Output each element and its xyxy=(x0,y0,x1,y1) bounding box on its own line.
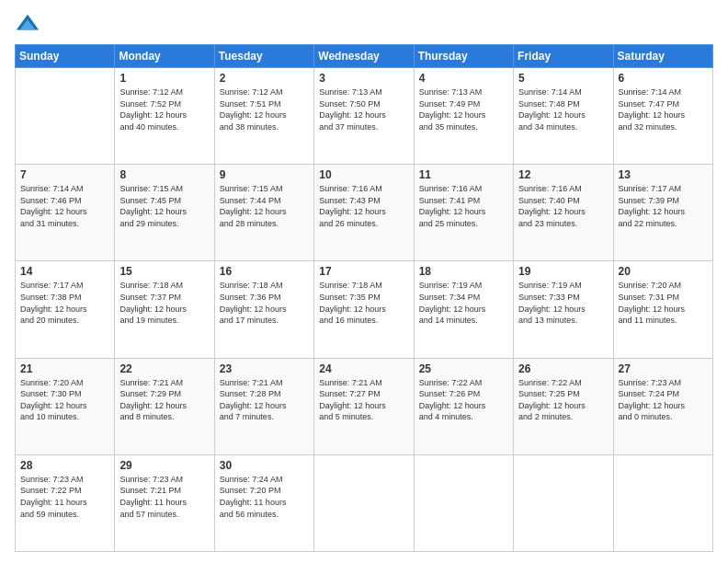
day-info: Sunrise: 7:13 AM Sunset: 7:50 PM Dayligh… xyxy=(319,86,408,132)
calendar-cell: 4Sunrise: 7:13 AM Sunset: 7:49 PM Daylig… xyxy=(414,68,513,165)
weekday-header-saturday: Saturday xyxy=(613,45,712,68)
calendar-cell: 13Sunrise: 7:17 AM Sunset: 7:39 PM Dayli… xyxy=(613,165,712,261)
calendar-week-row: 1Sunrise: 7:12 AM Sunset: 7:52 PM Daylig… xyxy=(16,68,713,165)
day-info: Sunrise: 7:22 AM Sunset: 7:26 PM Dayligh… xyxy=(419,377,508,423)
calendar-cell: 30Sunrise: 7:24 AM Sunset: 7:20 PM Dayli… xyxy=(214,454,313,551)
calendar-cell: 20Sunrise: 7:20 AM Sunset: 7:31 PM Dayli… xyxy=(613,261,712,358)
day-info: Sunrise: 7:16 AM Sunset: 7:40 PM Dayligh… xyxy=(518,183,608,229)
day-info: Sunrise: 7:23 AM Sunset: 7:21 PM Dayligh… xyxy=(119,474,209,520)
day-number: 14 xyxy=(20,265,109,278)
calendar-cell: 2Sunrise: 7:12 AM Sunset: 7:51 PM Daylig… xyxy=(214,68,313,165)
day-info: Sunrise: 7:20 AM Sunset: 7:30 PM Dayligh… xyxy=(20,377,109,423)
day-number: 4 xyxy=(419,72,508,85)
day-info: Sunrise: 7:21 AM Sunset: 7:29 PM Dayligh… xyxy=(119,377,209,423)
day-info: Sunrise: 7:15 AM Sunset: 7:45 PM Dayligh… xyxy=(119,183,209,229)
calendar-cell: 28Sunrise: 7:23 AM Sunset: 7:22 PM Dayli… xyxy=(16,454,115,551)
day-info: Sunrise: 7:16 AM Sunset: 7:43 PM Dayligh… xyxy=(319,183,408,229)
weekday-header-monday: Monday xyxy=(115,45,214,68)
day-info: Sunrise: 7:23 AM Sunset: 7:22 PM Dayligh… xyxy=(20,474,109,520)
calendar-cell: 23Sunrise: 7:21 AM Sunset: 7:28 PM Dayli… xyxy=(214,358,313,454)
calendar-cell: 19Sunrise: 7:19 AM Sunset: 7:33 PM Dayli… xyxy=(514,261,613,358)
day-info: Sunrise: 7:16 AM Sunset: 7:41 PM Dayligh… xyxy=(419,183,508,229)
day-number: 15 xyxy=(119,265,209,278)
day-info: Sunrise: 7:21 AM Sunset: 7:28 PM Dayligh… xyxy=(220,377,309,423)
day-number: 28 xyxy=(20,459,109,472)
day-number: 16 xyxy=(220,265,309,278)
calendar-cell: 14Sunrise: 7:17 AM Sunset: 7:38 PM Dayli… xyxy=(16,261,115,358)
day-info: Sunrise: 7:14 AM Sunset: 7:48 PM Dayligh… xyxy=(518,86,608,132)
weekday-header-sunday: Sunday xyxy=(16,45,115,68)
day-number: 18 xyxy=(419,265,508,278)
day-number: 23 xyxy=(220,362,309,375)
calendar-cell: 8Sunrise: 7:15 AM Sunset: 7:45 PM Daylig… xyxy=(115,165,214,261)
calendar-cell: 12Sunrise: 7:16 AM Sunset: 7:40 PM Dayli… xyxy=(514,165,613,261)
day-number: 11 xyxy=(419,168,508,181)
calendar-week-row: 28Sunrise: 7:23 AM Sunset: 7:22 PM Dayli… xyxy=(16,454,713,551)
calendar-cell: 22Sunrise: 7:21 AM Sunset: 7:29 PM Dayli… xyxy=(115,358,214,454)
calendar-cell: 7Sunrise: 7:14 AM Sunset: 7:46 PM Daylig… xyxy=(16,165,115,261)
day-number: 20 xyxy=(619,265,708,278)
day-number: 30 xyxy=(220,459,309,472)
day-info: Sunrise: 7:18 AM Sunset: 7:36 PM Dayligh… xyxy=(220,280,309,326)
weekday-header-thursday: Thursday xyxy=(414,45,513,68)
day-number: 29 xyxy=(119,459,209,472)
calendar-table: SundayMondayTuesdayWednesdayThursdayFrid… xyxy=(15,44,713,552)
calendar-cell xyxy=(414,454,513,551)
day-number: 19 xyxy=(518,265,608,278)
day-info: Sunrise: 7:22 AM Sunset: 7:25 PM Dayligh… xyxy=(518,377,608,423)
day-info: Sunrise: 7:21 AM Sunset: 7:27 PM Dayligh… xyxy=(319,377,408,423)
calendar-cell: 18Sunrise: 7:19 AM Sunset: 7:34 PM Dayli… xyxy=(414,261,513,358)
day-number: 7 xyxy=(20,168,109,181)
day-info: Sunrise: 7:12 AM Sunset: 7:52 PM Dayligh… xyxy=(119,86,209,132)
day-number: 9 xyxy=(220,168,309,181)
day-number: 13 xyxy=(619,168,708,181)
calendar-cell: 27Sunrise: 7:23 AM Sunset: 7:24 PM Dayli… xyxy=(613,358,712,454)
day-info: Sunrise: 7:23 AM Sunset: 7:24 PM Dayligh… xyxy=(619,377,708,423)
calendar-week-row: 21Sunrise: 7:20 AM Sunset: 7:30 PM Dayli… xyxy=(16,358,713,454)
calendar-cell: 25Sunrise: 7:22 AM Sunset: 7:26 PM Dayli… xyxy=(414,358,513,454)
calendar-cell: 6Sunrise: 7:14 AM Sunset: 7:47 PM Daylig… xyxy=(613,68,712,165)
weekday-header-tuesday: Tuesday xyxy=(214,45,313,68)
day-info: Sunrise: 7:14 AM Sunset: 7:47 PM Dayligh… xyxy=(619,86,708,132)
day-info: Sunrise: 7:18 AM Sunset: 7:35 PM Dayligh… xyxy=(319,280,408,326)
calendar-cell: 24Sunrise: 7:21 AM Sunset: 7:27 PM Dayli… xyxy=(314,358,414,454)
calendar-cell xyxy=(613,454,712,551)
day-number: 1 xyxy=(119,72,209,85)
calendar-cell: 21Sunrise: 7:20 AM Sunset: 7:30 PM Dayli… xyxy=(16,358,115,454)
day-number: 6 xyxy=(619,72,708,85)
calendar-cell: 5Sunrise: 7:14 AM Sunset: 7:48 PM Daylig… xyxy=(514,68,613,165)
page: SundayMondayTuesdayWednesdayThursdayFrid… xyxy=(0,0,728,563)
day-number: 27 xyxy=(619,362,708,375)
day-info: Sunrise: 7:13 AM Sunset: 7:49 PM Dayligh… xyxy=(419,86,508,132)
day-number: 12 xyxy=(518,168,608,181)
day-number: 8 xyxy=(119,168,209,181)
calendar-cell: 29Sunrise: 7:23 AM Sunset: 7:21 PM Dayli… xyxy=(115,454,214,551)
day-info: Sunrise: 7:15 AM Sunset: 7:44 PM Dayligh… xyxy=(220,183,309,229)
calendar-cell: 11Sunrise: 7:16 AM Sunset: 7:41 PM Dayli… xyxy=(414,165,513,261)
calendar-cell: 17Sunrise: 7:18 AM Sunset: 7:35 PM Dayli… xyxy=(314,261,414,358)
day-number: 25 xyxy=(419,362,508,375)
calendar-cell: 9Sunrise: 7:15 AM Sunset: 7:44 PM Daylig… xyxy=(214,165,313,261)
header xyxy=(15,11,713,37)
calendar-cell: 26Sunrise: 7:22 AM Sunset: 7:25 PM Dayli… xyxy=(514,358,613,454)
day-info: Sunrise: 7:18 AM Sunset: 7:37 PM Dayligh… xyxy=(119,280,209,326)
calendar-cell: 16Sunrise: 7:18 AM Sunset: 7:36 PM Dayli… xyxy=(214,261,313,358)
logo xyxy=(15,11,44,37)
calendar-header-row: SundayMondayTuesdayWednesdayThursdayFrid… xyxy=(16,45,713,68)
day-info: Sunrise: 7:12 AM Sunset: 7:51 PM Dayligh… xyxy=(220,86,309,132)
day-number: 26 xyxy=(518,362,608,375)
calendar-cell: 3Sunrise: 7:13 AM Sunset: 7:50 PM Daylig… xyxy=(314,68,414,165)
calendar-cell xyxy=(514,454,613,551)
day-number: 10 xyxy=(319,168,408,181)
day-info: Sunrise: 7:24 AM Sunset: 7:20 PM Dayligh… xyxy=(220,474,309,520)
day-number: 2 xyxy=(220,72,309,85)
day-number: 24 xyxy=(319,362,408,375)
calendar-cell: 1Sunrise: 7:12 AM Sunset: 7:52 PM Daylig… xyxy=(115,68,214,165)
logo-icon xyxy=(15,11,40,37)
weekday-header-wednesday: Wednesday xyxy=(314,45,414,68)
day-info: Sunrise: 7:17 AM Sunset: 7:38 PM Dayligh… xyxy=(20,280,109,326)
day-number: 21 xyxy=(20,362,109,375)
calendar-week-row: 14Sunrise: 7:17 AM Sunset: 7:38 PM Dayli… xyxy=(16,261,713,358)
calendar-cell xyxy=(16,68,115,165)
calendar-week-row: 7Sunrise: 7:14 AM Sunset: 7:46 PM Daylig… xyxy=(16,165,713,261)
